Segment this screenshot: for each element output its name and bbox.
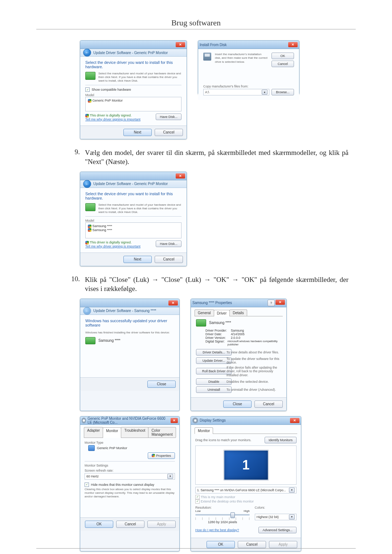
tab-general[interactable]: General [195, 309, 214, 316]
dialog-sub: Windows has finished installing the driv… [85, 331, 174, 334]
model-label: Model [85, 219, 181, 222]
resolution-label: Resolution: [195, 506, 250, 509]
properties-button[interactable]: Properties [148, 452, 175, 459]
tab-details[interactable]: Details [229, 309, 247, 316]
refresh-rate-select[interactable]: 60 Hertz▾ [85, 473, 175, 480]
hide-modes-label: Hide modes that this monitor cannot disp… [91, 483, 155, 486]
version-label: Driver Version: [205, 336, 231, 340]
back-icon[interactable]: ← [83, 49, 91, 57]
chevron-down-icon[interactable]: ▾ [289, 488, 295, 493]
close-button[interactable]: Close [223, 401, 252, 408]
model-label: Model [85, 93, 181, 97]
shield-icon [88, 99, 91, 103]
close-icon[interactable]: ✕ [176, 173, 185, 178]
resolution-slider[interactable] [195, 514, 250, 516]
version-value: 2.0.0.0 [231, 336, 240, 340]
show-compatible-label: Show compatible hardware [92, 88, 131, 91]
step-number: 9. [65, 148, 85, 167]
browse-button[interactable]: Browse... [271, 89, 294, 95]
model-listbox[interactable]: Generic PnP Monitor [85, 97, 181, 111]
close-icon[interactable]: ✕ [275, 300, 285, 305]
cancel-button[interactable]: Cancel [238, 541, 266, 548]
cancel-button[interactable]: Cancel [155, 129, 183, 136]
ok-button[interactable]: OK [85, 521, 113, 528]
hide-modes-checkbox[interactable]: ✓ [85, 483, 89, 487]
have-disk-button[interactable]: Have Disk... [156, 241, 181, 247]
close-icon[interactable]: ✕ [288, 42, 298, 47]
tab-adapter[interactable]: Adapter [84, 427, 103, 438]
monitor-icon [88, 445, 95, 451]
dialog-heading: Select the device driver you want to ins… [85, 192, 181, 200]
copy-from-select[interactable]: A:\▾ [203, 89, 269, 95]
help-icon[interactable]: ? [268, 300, 275, 306]
date-value: 4/14/2005 [231, 332, 245, 336]
dialog-heading: Select the device driver you want to ins… [85, 60, 181, 69]
update-driver-dialog-2: ✕ ← Update Driver Software - Generic PnP… [80, 172, 187, 266]
model-item[interactable]: Samsung **** [93, 228, 113, 232]
shield-icon [152, 454, 155, 457]
signing-link[interactable]: Tell me why driver signing is important [85, 118, 140, 121]
update-success-dialog: ✕ ← Update Driver Software - Samsung ***… [80, 299, 180, 411]
tab-monitor[interactable]: Monitor [195, 427, 213, 434]
disk-text: Insert the manufacturer's installation d… [215, 53, 268, 67]
device-name: Samsung **** [209, 321, 231, 325]
close-icon[interactable]: ✕ [168, 300, 178, 305]
signing-link[interactable]: Tell me why driver signing is important [85, 245, 140, 248]
dialog-note: Select the manufacturer and model of you… [98, 203, 181, 214]
close-button[interactable]: Close [147, 381, 176, 388]
monitor-preview[interactable]: 1 [223, 450, 269, 481]
model-item[interactable]: Samsung **** [93, 224, 113, 228]
copy-from-label: Copy manufacturer's files from: [203, 85, 294, 88]
display-select[interactable]: 1. Samsung **** on NVIDIA GeForce 6600 L… [195, 487, 297, 493]
tab-monitor[interactable]: Monitor [103, 427, 121, 438]
colors-select[interactable]: Highest (32 bit)▾ [255, 514, 297, 520]
close-icon[interactable]: ✕ [171, 418, 178, 423]
breadcrumb: Update Driver Software - Generic PnP Mon… [93, 182, 168, 186]
advanced-settings-button[interactable]: Advanced Settings... [258, 527, 297, 533]
model-listbox[interactable]: Samsung **** Samsung **** [85, 222, 181, 238]
ok-button[interactable]: OK [207, 541, 235, 548]
chevron-down-icon[interactable]: ▾ [289, 514, 295, 520]
next-button[interactable]: Next [123, 129, 152, 136]
hardware-icon [85, 337, 95, 344]
chevron-down-icon[interactable]: ▾ [167, 474, 173, 479]
apply-button[interactable]: Apply [147, 521, 176, 528]
back-icon[interactable]: ← [83, 180, 91, 188]
cancel-button[interactable]: Cancel [254, 401, 283, 408]
tab-troubleshoot[interactable]: Troubleshoot [121, 427, 148, 438]
ok-button[interactable]: OK [271, 53, 294, 59]
resolution-value: 1280 by 1024 pixels [195, 520, 250, 524]
shield-icon [85, 241, 89, 245]
dialog-title: Generic PnP Monitor and NVIDIA GeForce 6… [87, 416, 171, 424]
chevron-down-icon[interactable]: ▾ [262, 90, 268, 95]
tab-driver[interactable]: Driver [214, 310, 230, 316]
cancel-button[interactable]: Cancel [116, 521, 144, 528]
main-monitor-checkbox: ✓ [195, 495, 200, 499]
model-item[interactable]: Generic PnP Monitor [93, 99, 123, 102]
signer-label: Digital Signer: [205, 340, 228, 346]
header-rule [36, 29, 356, 29]
cancel-button[interactable]: Cancel [155, 256, 183, 263]
display-settings-dialog: Display Settings ✕ Monitor Drag the icon… [191, 416, 301, 551]
tab-color[interactable]: Color Management [148, 427, 176, 438]
back-icon: ← [83, 307, 91, 315]
date-label: Driver Date: [205, 332, 231, 336]
apply-button[interactable]: Apply [269, 541, 297, 548]
update-driver-desc: To update the driver software for this d… [226, 357, 281, 364]
close-icon[interactable]: ✕ [176, 42, 185, 47]
page-title: Brug softwaren [36, 18, 356, 28]
monitor-settings-label: Monitor Settings [85, 464, 175, 467]
best-display-link[interactable]: How do I get the best display? [195, 528, 239, 532]
main-monitor-label: This is my main monitor [201, 495, 235, 498]
identify-button[interactable]: Identify Monitors [265, 437, 297, 443]
next-button[interactable]: Next [123, 256, 152, 263]
cancel-button[interactable]: Cancel [271, 61, 294, 67]
floppy-icon [203, 53, 211, 61]
show-compatible-checkbox[interactable]: ✓ [85, 87, 90, 92]
hardware-icon [85, 72, 95, 80]
gear-icon [82, 418, 86, 423]
close-icon[interactable]: ✕ [290, 418, 299, 423]
have-disk-button[interactable]: Have Disk... [156, 114, 181, 120]
shield-icon [88, 225, 91, 228]
driver-details-desc: To view details about the driver files. [226, 350, 281, 354]
